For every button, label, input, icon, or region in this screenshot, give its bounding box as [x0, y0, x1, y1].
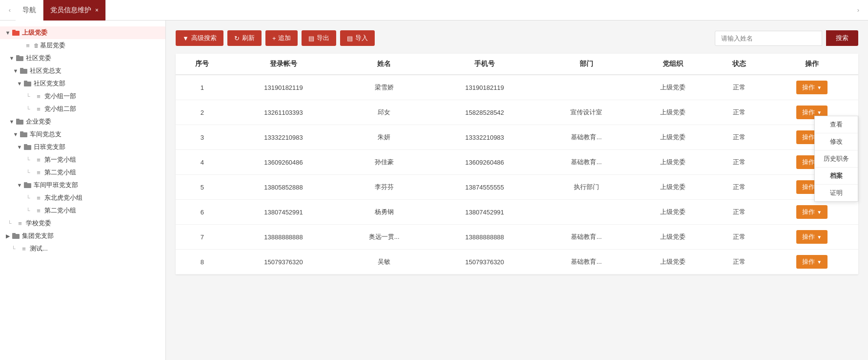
cell-dept: 执行部门: [540, 175, 633, 200]
op-btn-label-1: 操作: [802, 83, 815, 92]
tree-item-8[interactable]: ▼ 车间党总支: [0, 128, 165, 141]
tree-arrow-7[interactable]: ▼: [8, 119, 16, 125]
op-button-1[interactable]: 操作 ▼: [796, 81, 828, 94]
cell-dept: 基础教育...: [540, 250, 633, 275]
op-item-history[interactable]: 历史职务: [815, 150, 858, 168]
cell-id: 7: [176, 225, 229, 250]
close-icon[interactable]: ×: [95, 7, 99, 14]
tree-arrow-9[interactable]: ▼: [16, 144, 23, 150]
table-row: 1 13190182119 梁雪娇 13190182119 上级党委 正常 操作…: [176, 75, 858, 100]
cell-id: 2: [176, 100, 229, 125]
tree-label-6: 党小组二部: [44, 105, 76, 113]
op-item-cert[interactable]: 证明: [815, 185, 858, 201]
cell-op: 操作 ▼: [766, 200, 858, 225]
main-layout: ▼ 上级党委 ≡ 🗑 基层党委 ▼ 社区党委 ▼: [0, 21, 868, 360]
col-header-org: 党组织: [633, 54, 713, 75]
tree-label-2: 社区党委: [26, 54, 51, 63]
col-header-account: 登录帐号: [229, 54, 339, 75]
add-button[interactable]: + 追加: [265, 30, 298, 46]
tree-item-13[interactable]: └ ≡ 东北虎党小组: [0, 191, 165, 204]
tree-arrow-12[interactable]: ▼: [16, 182, 23, 188]
tree-label-5: 党小组一部: [44, 92, 76, 101]
tree-item-14[interactable]: └ ≡ 第二党小组: [0, 204, 165, 217]
op-btn-label-7: 操作: [802, 233, 815, 241]
doc-icon-6: ≡: [34, 106, 43, 113]
folder-icon-3: [20, 67, 28, 74]
svg-rect-3: [16, 55, 20, 57]
tree-item-6[interactable]: └ ≡ 党小组二部: [0, 103, 165, 115]
cell-org: 上级党委: [633, 150, 713, 175]
right-content: ▼ 高级搜索 ↻ 刷新 + 追加 ▤ 导出 ▤ 导入 搜索: [166, 21, 868, 360]
tree-item-7[interactable]: ▼ 企业党委: [0, 115, 165, 128]
refresh-button[interactable]: ↻ 刷新: [227, 30, 262, 46]
import-button[interactable]: ▤ 导入: [340, 30, 375, 46]
tree-item-15[interactable]: └ ≡ 学校党委: [0, 217, 165, 230]
advanced-search-button[interactable]: ▼ 高级搜索: [176, 30, 223, 46]
op-btn-label-5: 操作: [802, 183, 815, 191]
tree-item-10[interactable]: └ ≡ 第一党小组: [0, 153, 165, 166]
tree-item-12[interactable]: ▼ 车间甲班党支部: [0, 179, 165, 191]
tree-item-11[interactable]: └ ≡ 第二党小组: [0, 166, 165, 179]
op-button-8[interactable]: 操作 ▼: [796, 255, 828, 269]
svg-rect-6: [24, 82, 31, 86]
add-icon: +: [272, 35, 276, 42]
nav-tab-member[interactable]: 党员信息维护 ×: [43, 0, 106, 21]
col-header-status: 状态: [713, 54, 766, 75]
op-btn-arrow-1: ▼: [817, 85, 822, 90]
nav-left-arrow[interactable]: ‹: [4, 4, 16, 16]
op-item-view[interactable]: 查看: [815, 116, 858, 133]
tree-label-11: 第二党小组: [44, 168, 76, 177]
cell-status: 正常: [713, 250, 766, 275]
tree-label-3: 社区党总支: [30, 66, 61, 75]
tree-item-1[interactable]: ≡ 🗑 基层党委: [0, 39, 165, 52]
import-label: 导入: [355, 34, 368, 42]
cell-status: 正常: [713, 175, 766, 200]
tree-arrow-8[interactable]: ▼: [12, 131, 20, 137]
tree-item-0[interactable]: ▼ 上级党委: [0, 26, 165, 39]
cell-account: 13261103393: [229, 100, 339, 125]
export-icon: ▤: [308, 35, 314, 42]
folder-icon-4: [23, 80, 32, 87]
search-input[interactable]: [715, 31, 822, 46]
tree-arrow-2[interactable]: ▼: [8, 55, 16, 61]
folder-icon-16: [12, 233, 20, 239]
cell-name: 朱妍: [339, 125, 430, 150]
op-button-6[interactable]: 操作 ▼: [796, 205, 828, 219]
op-item-archive[interactable]: 档案: [815, 168, 858, 185]
tree-item-2[interactable]: ▼ 社区党委: [0, 52, 165, 64]
table-row: 7 13888888888 奥远一贯... 13888888888 基础教育..…: [176, 225, 858, 250]
tree-item-17[interactable]: └ ≡ 测试...: [0, 242, 165, 255]
cell-name: 李芬芬: [339, 175, 430, 200]
nav-tab-guide-label: 导航: [22, 6, 36, 15]
add-label: 追加: [278, 34, 291, 42]
export-button[interactable]: ▤ 导出: [302, 30, 336, 46]
search-button[interactable]: 搜索: [826, 30, 858, 46]
cell-status: 正常: [713, 200, 766, 225]
tree-item-5[interactable]: └ ≡ 党小组一部: [0, 90, 165, 103]
op-button-7[interactable]: 操作 ▼: [796, 230, 828, 244]
cell-status: 正常: [713, 100, 766, 125]
toolbar: ▼ 高级搜索 ↻ 刷新 + 追加 ▤ 导出 ▤ 导入 搜索: [176, 30, 858, 46]
tree-item-9[interactable]: ▼ 日班党支部: [0, 141, 165, 153]
cell-name: 吴敏: [339, 250, 430, 275]
nav-right-arrow[interactable]: ›: [852, 4, 864, 16]
cell-org: 上级党委: [633, 225, 713, 250]
table-body: 1 13190182119 梁雪娇 13190182119 上级党委 正常 操作…: [176, 75, 858, 275]
folder-icon-8: [20, 131, 28, 138]
svg-rect-13: [24, 144, 27, 146]
tree-arrow-16[interactable]: ▶: [4, 233, 12, 239]
cell-org: 上级党委: [633, 100, 713, 125]
cell-account: 13332210983: [229, 125, 339, 150]
tree-arrow-4[interactable]: ▼: [16, 81, 23, 86]
nav-tab-guide[interactable]: 导航: [16, 0, 43, 21]
tree-item-4[interactable]: ▼ 社区党支部: [0, 77, 165, 90]
search-button-label: 搜索: [836, 34, 848, 42]
cell-account: 13805852888: [229, 175, 339, 200]
tree-arrow-3[interactable]: ▼: [12, 68, 20, 74]
op-item-edit[interactable]: 修改: [815, 133, 858, 150]
cell-op: 操作 ▼: [766, 250, 858, 275]
tree-item-16[interactable]: ▶ 集团党支部: [0, 230, 165, 242]
tree-arrow-0[interactable]: ▼: [4, 30, 12, 36]
tree-item-3[interactable]: ▼ 社区党总支: [0, 64, 165, 77]
folder-icon-12: [23, 182, 32, 189]
